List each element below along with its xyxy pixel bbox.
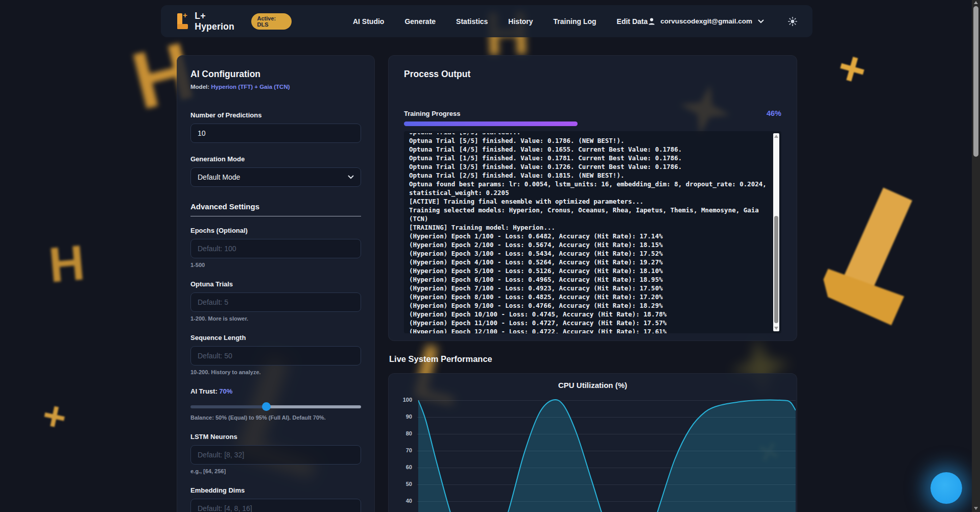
scroll-down-icon[interactable] [774,327,778,330]
training-progress-label: Training Progress [404,110,461,117]
console-line: (Hyperion) Epoch 8/100 - Loss: 0.4825, A… [409,292,769,301]
live-performance-heading: Live System Performance [389,354,492,364]
ai-trust-value: 70% [219,387,232,395]
console-line: (Hyperion) Epoch 2/100 - Loss: 0.5674, A… [409,240,769,249]
brand-logo-icon: + [176,13,188,29]
decor-letter-h-left: H [46,234,87,294]
console-line: Optuna Trial [1/5] finished. Value: 0.17… [409,154,769,162]
console-line: (Hyperion) Epoch 10/100 - Loss: 0.4745, … [409,310,769,319]
console-output[interactable]: Optuna Trial [5/5] started...Optuna Tria… [404,131,781,333]
page-scrollbar[interactable] [972,0,980,512]
sidebar-title: AI Configuration [190,69,361,80]
advanced-settings-title: Advanced Settings [190,202,361,216]
cpu-chart-title: CPU Utilization (%) [389,381,797,389]
epochs-helper: 1-500 [190,262,361,268]
decor-letter-l-right [809,181,928,338]
y-axis-tick-label: 60 [390,464,412,470]
y-axis-tick-label: 80 [390,430,412,436]
nav-link-edit-data[interactable]: Edit Data [617,17,648,26]
epochs-input[interactable] [190,239,361,258]
page-scroll-up-icon[interactable] [974,1,978,4]
model-value: Hyperion (TFT) + Gaia (TCN) [211,84,290,90]
cpu-chart: 1009080706050403020100 [389,398,797,512]
slider-track-filled [190,405,266,408]
nav-link-ai-studio[interactable]: AI Studio [353,17,384,26]
active-model-badge: Active: DLS [251,13,292,30]
generation-mode-value: Default Mode [198,173,240,181]
embedding-dims-input[interactable] [190,499,361,512]
epochs-label: Epochs (Optional) [190,227,361,234]
chevron-down-icon [758,19,764,23]
nav-link-training-log[interactable]: Training Log [554,17,596,26]
optuna-trials-helper: 1-200. More is slower. [190,315,361,322]
generation-mode-select[interactable]: Default Mode [190,167,361,187]
nav-link-history[interactable]: History [508,17,533,26]
y-axis-tick-label: 50 [390,481,412,487]
console-line: (Hyperion) Epoch 9/100 - Loss: 0.4766, A… [409,301,769,310]
nav-link-statistics[interactable]: Statistics [456,17,488,26]
optuna-trials-label: Optuna Trials [190,280,361,288]
ai-trust-helper: Balance: 50% (Equal) to 95% (Full AI). D… [190,415,361,421]
training-progress-percent: 46% [767,109,781,117]
slider-thumb[interactable] [262,402,271,411]
lstm-neurons-helper: e.g., [64, 256] [190,468,361,474]
y-axis-tick-label: 40 [390,498,412,504]
theme-toggle-button[interactable] [788,17,797,26]
brand-title: L+ Hyperion [195,11,242,32]
chat-launcher-button[interactable] [930,472,962,504]
brand[interactable]: + L+ Hyperion Active: DLS [176,11,292,32]
progress-bar-fill [404,121,578,126]
decor-plus-bottomleft: + [38,391,70,441]
console-line: [ACTIVE] Training final ensemble with op… [409,197,769,206]
page-scrollbar-thumb[interactable] [973,6,978,157]
y-axis-tick-label: 100 [390,397,412,403]
console-line: (Hyperion) Epoch 5/100 - Loss: 0.5126, A… [409,266,769,275]
console-line: (Hyperion) Epoch 6/100 - Loss: 0.4965, A… [409,275,769,284]
embedding-dims-label: Embedding Dims [190,486,361,494]
console-line: Optuna Trial [5/5] finished. Value: 0.17… [409,136,769,145]
decor-plus-topright: + [832,39,873,99]
navbar: + L+ Hyperion Active: DLS AI StudioGener… [161,5,812,37]
sequence-length-input[interactable] [190,346,361,365]
console-lines: Optuna Trial [5/5] started...Optuna Tria… [409,133,769,333]
optuna-trials-input[interactable] [190,292,361,312]
predictions-input[interactable] [190,124,361,143]
console-line: (Hyperion) Epoch 7/100 - Loss: 0.4923, A… [409,284,769,292]
nav-link-generate[interactable]: Generate [404,17,436,26]
sequence-length-label: Sequence Length [190,334,361,342]
user-icon [648,17,656,26]
y-axis-tick-label: 70 [390,447,412,453]
app-root: H H + H + + L L + L+ Hyperion Active: DL… [0,0,980,512]
lstm-neurons-label: LSTM Neurons [190,433,361,441]
chevron-down-icon [348,175,354,179]
model-label: Model: [190,84,209,90]
console-line: Training selected models: Hyperion, Cron… [409,206,769,223]
scroll-up-icon[interactable] [774,135,778,138]
ai-trust-slider[interactable] [190,402,361,411]
process-output-panel: Process Output Training Progress 46% Opt… [388,55,797,341]
page-scroll-down-icon[interactable] [974,507,978,510]
model-line: Model: Hyperion (TFT) + Gaia (TCN) [190,84,361,90]
progress-bar-track [404,121,781,126]
chart-area-fill [418,400,796,512]
cpu-chart-panel: CPU Utilization (%) 10090807060504030201… [388,373,797,512]
generation-mode-label: Generation Mode [190,155,361,163]
console-scrollbar[interactable] [773,133,779,331]
user-email: corvuscodexgit@gmail.com [660,17,752,25]
console-line: (Hyperion) Epoch 4/100 - Loss: 0.5264, A… [409,258,769,266]
console-line: (Hyperion) Epoch 11/100 - Loss: 0.4727, … [409,319,769,327]
cpu-utilization-line-chart [418,398,796,512]
console-scrollbar-thumb[interactable] [774,216,778,323]
user-menu[interactable]: corvuscodexgit@gmail.com [648,17,797,26]
console-line: (Hyperion) Epoch 3/100 - Loss: 0.5434, A… [409,249,769,258]
console-line: [TRAINING] Training model: Hyperion... [409,223,769,232]
nav-links: AI StudioGenerateStatisticsHistoryTraini… [353,17,648,26]
console-line: (Hyperion) Epoch 12/100 - Loss: 0.4722, … [409,327,769,333]
lstm-neurons-input[interactable] [190,445,361,465]
sun-icon [788,17,797,26]
console-line: Optuna Trial [2/5] finished. Value: 0.18… [409,171,769,180]
console-line: Optuna Trial [4/5] finished. Value: 0.16… [409,145,769,154]
process-output-title: Process Output [404,69,781,80]
slider-track-empty [266,405,361,408]
sequence-length-helper: 10-200. History to analyze. [190,369,361,375]
